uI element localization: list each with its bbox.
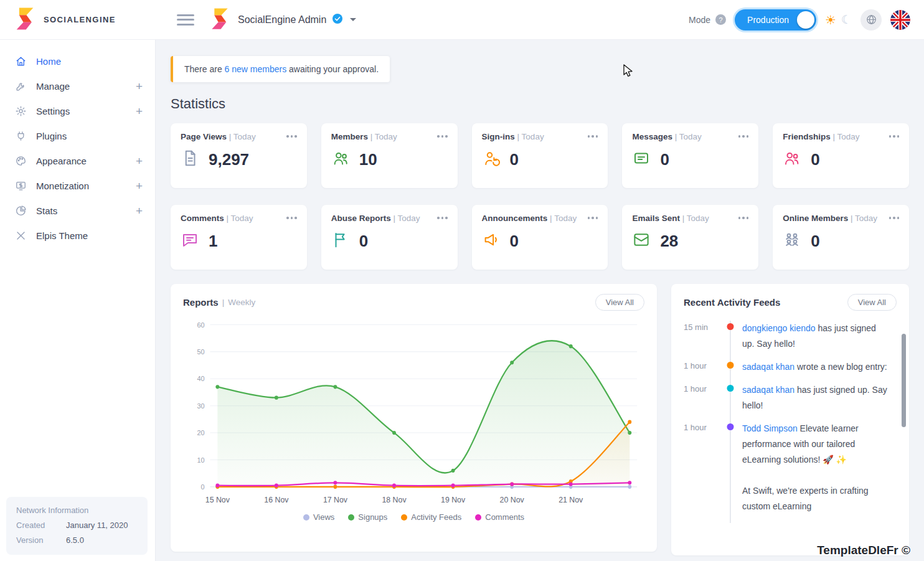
legend-label: Activity Feeds (411, 512, 461, 522)
uk-flag-icon[interactable] (890, 10, 910, 30)
legend-item-activity-feeds[interactable]: Activity Feeds (401, 512, 461, 522)
stat-card-online-members: Online Members | Today0 (773, 205, 909, 270)
card-menu-button[interactable] (733, 214, 749, 222)
card-menu-button[interactable] (583, 214, 598, 222)
sidebar-item-label: Elpis Theme (36, 230, 88, 241)
emails-sent-icon (632, 230, 651, 252)
language-globe-icon[interactable] (860, 9, 882, 31)
card-menu-button[interactable] (432, 214, 448, 222)
network-info-value: 6.5.0 (66, 535, 84, 545)
card-menu-button[interactable] (884, 132, 900, 141)
stat-card-title: Page Views | Today (181, 132, 256, 141)
timeline-marker-icon (719, 359, 742, 375)
admin-site-selector[interactable]: SocialEngine Admin (208, 7, 356, 33)
activity-user-link[interactable]: dongkiengo kiendo (742, 323, 816, 333)
card-menu-button[interactable] (281, 132, 297, 141)
members-icon (331, 149, 350, 170)
legend-item-comments[interactable]: Comments (475, 512, 524, 522)
expand-plus-icon[interactable]: + (136, 180, 143, 192)
network-info-value: January 11, 2020 (66, 521, 128, 530)
svg-text:19 Nov: 19 Nov (441, 495, 466, 504)
reports-panel: Reports | Weekly View All 01020304050601… (171, 284, 657, 552)
activity-scrollbar[interactable] (902, 334, 906, 427)
sidebar-item-label: Settings (36, 106, 70, 116)
legend-dot-icon (303, 514, 309, 521)
network-info-label: Version (16, 535, 66, 545)
stat-card-value: 0 (510, 232, 519, 251)
stat-card-announcements: Announcements | Today0 (472, 205, 608, 270)
activity-item: 1 hourTodd Simpson Elevate learner perfo… (684, 421, 897, 514)
dark-mode-icon[interactable]: ☾ (841, 12, 852, 27)
svg-text:50: 50 (197, 348, 205, 356)
mode-toggle[interactable]: Production (735, 9, 816, 31)
card-menu-button[interactable] (432, 132, 448, 141)
activity-user-link[interactable]: Todd Simpson (742, 423, 798, 433)
mode-value: Production (747, 15, 789, 25)
expand-plus-icon[interactable]: + (136, 80, 143, 92)
card-menu-button[interactable] (583, 132, 598, 141)
theme-icon (15, 229, 27, 242)
network-information-title: Network Information (16, 506, 138, 515)
stat-card-value: 0 (660, 150, 669, 169)
activity-panel: Recent Activity Feeds View All 15 mindon… (671, 284, 909, 555)
sidebar-item-settings[interactable]: Settings+ (0, 98, 155, 123)
sidebar-item-label: Monetization (36, 181, 89, 191)
stat-card-value: 0 (811, 150, 819, 169)
stat-card-messages: Messages | Today0 (622, 123, 758, 188)
card-menu-button[interactable] (884, 214, 900, 222)
brand[interactable]: SOCIALENGINE (0, 6, 156, 34)
stat-card-comments: Comments | Today1 (171, 205, 307, 270)
sidebar: HomeManage+Settings+PluginsAppearance+Mo… (0, 40, 156, 561)
activity-user-link[interactable]: sadaqat khan (742, 385, 794, 395)
reports-title: Reports (183, 297, 219, 308)
stats-icon (15, 204, 27, 217)
sidebar-item-manage[interactable]: Manage+ (0, 73, 155, 98)
sidebar-nav: HomeManage+Settings+PluginsAppearance+Mo… (0, 40, 155, 248)
legend-item-signups[interactable]: Signups (348, 512, 387, 522)
activity-time: 1 hour (684, 359, 719, 375)
card-menu-button[interactable] (281, 214, 297, 222)
sidebar-item-home[interactable]: Home (0, 49, 155, 73)
top-header: SOCIALENGINE SocialEngine Admin Mode ? P… (0, 0, 924, 40)
stat-card-value: 0 (359, 232, 368, 251)
stat-card-value: 1 (209, 232, 217, 251)
activity-view-all-button[interactable]: View All (847, 294, 897, 311)
new-members-link[interactable]: 6 new members (225, 64, 287, 74)
stat-card-title: Comments | Today (181, 214, 253, 223)
expand-plus-icon[interactable]: + (136, 155, 143, 167)
expand-plus-icon[interactable]: + (136, 105, 143, 117)
help-icon[interactable]: ? (715, 14, 726, 25)
legend-label: Views (313, 512, 334, 522)
bottom-row: Reports | Weekly View All 01020304050601… (171, 284, 909, 555)
reports-view-all-button[interactable]: View All (595, 294, 644, 311)
stat-card-value: 0 (510, 150, 519, 169)
sidebar-item-elpis-theme[interactable]: Elpis Theme (0, 223, 155, 248)
svg-text:21 Nov: 21 Nov (559, 495, 583, 504)
page-views-icon (181, 149, 199, 170)
activity-user-link[interactable]: sadaqat khan (742, 362, 794, 372)
light-mode-icon[interactable]: ☀ (825, 12, 836, 27)
stat-card-friendships: Friendships | Today0 (773, 123, 909, 188)
sidebar-item-plugins[interactable]: Plugins (0, 123, 155, 148)
sidebar-item-stats[interactable]: Stats+ (0, 198, 155, 223)
messages-icon (632, 149, 651, 170)
stat-card-emails-sent: Emails Sent | Today28 (622, 205, 758, 270)
reports-separator: | (222, 298, 225, 307)
expand-plus-icon[interactable]: + (136, 205, 143, 217)
network-info-row: CreatedJanuary 11, 2020 (16, 521, 138, 530)
friendships-icon (783, 149, 801, 170)
legend-item-views[interactable]: Views (303, 512, 334, 522)
stat-card-title: Online Members | Today (783, 214, 877, 223)
card-menu-button[interactable] (733, 132, 749, 141)
stat-card-value: 9,297 (209, 150, 249, 169)
sidebar-item-appearance[interactable]: Appearance+ (0, 148, 155, 173)
sidebar-item-label: Manage (36, 81, 70, 92)
sidebar-item-monetization[interactable]: Monetization+ (0, 173, 155, 198)
stat-card-title: Abuse Reports | Today (331, 214, 420, 223)
svg-text:17 Nov: 17 Nov (323, 495, 348, 504)
stat-card-abuse-reports: Abuse Reports | Today0 (321, 205, 458, 270)
sidebar-item-label: Appearance (36, 156, 87, 166)
reports-period: Weekly (228, 298, 255, 307)
network-info-label: Created (16, 521, 66, 530)
menu-toggle-button[interactable] (177, 13, 194, 27)
